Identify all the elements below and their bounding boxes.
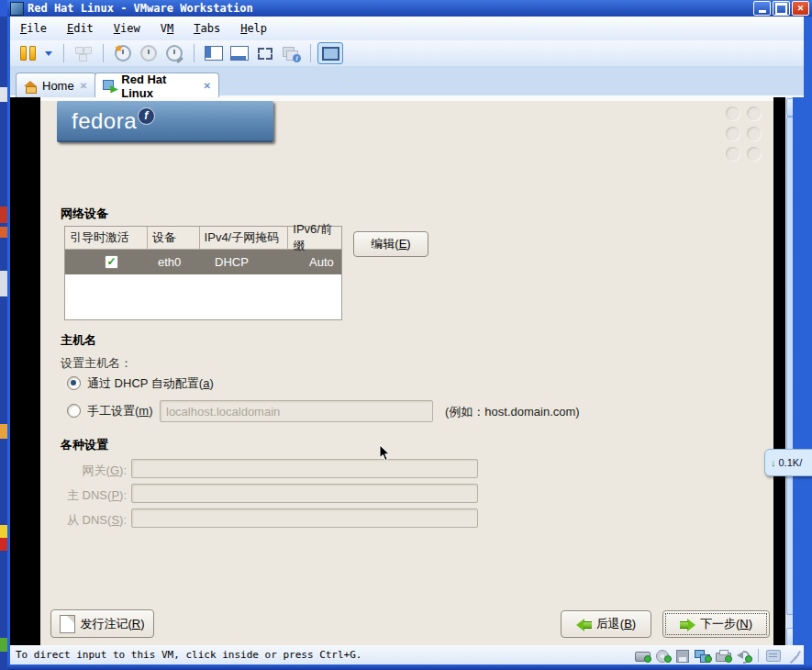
tab-red-hat-linux[interactable]: ▶ Red Hat Linux ✕ — [95, 73, 219, 98]
primary-dns-input[interactable] — [131, 484, 478, 503]
vmware-window: Red Hat Linux - VMware Workstation ✕ Fil… — [7, 0, 812, 670]
tab-label: Red Hat Linux — [121, 73, 197, 100]
close-button[interactable]: ✕ — [792, 1, 809, 16]
network-devices-table[interactable]: 引导时激活 设备 IPv4/子网掩码 IPv6/前缀 ✓ eth0 DHCP A… — [64, 226, 342, 320]
network-adapter-icon[interactable] — [695, 649, 711, 662]
scrollbar-thumb[interactable] — [786, 117, 793, 615]
desktop-fragment — [0, 87, 7, 102]
desktop-fragment — [0, 207, 7, 223]
gateway-input[interactable] — [131, 459, 478, 478]
console-layout-button[interactable] — [229, 44, 250, 62]
menu-help[interactable]: Help — [230, 19, 277, 38]
fullscreen-button[interactable] — [255, 44, 275, 62]
table-header-row: 引导时激活 设备 IPv4/子网掩码 IPv6/前缀 — [65, 227, 341, 250]
background-desktop-strip — [0, 0, 7, 670]
tab-close-icon[interactable]: ✕ — [204, 81, 211, 91]
fullscreen-icon — [258, 48, 273, 60]
back-arrow-icon — [576, 619, 592, 630]
sound-icon[interactable] — [735, 649, 751, 662]
dhcp-radio[interactable] — [67, 376, 81, 390]
snapshot-clock-icon: ★ — [115, 45, 131, 61]
sidebar-panel-icon — [205, 46, 223, 61]
scroll-down-button[interactable]: ▼ — [786, 628, 793, 645]
toolbar-separator — [194, 44, 195, 62]
fedora-banner: fedoraf — [57, 101, 273, 142]
window-titlebar[interactable]: Red Hat Linux - VMware Workstation ✕ — [7, 0, 812, 17]
back-button[interactable]: 后退(B) — [561, 610, 651, 638]
unity-view-button[interactable]: i — [281, 44, 301, 62]
decorative-dots — [726, 106, 766, 167]
set-hostname-label: 设置主机名： — [61, 355, 132, 372]
desktop-fragment — [0, 0, 7, 17]
floppy-icon[interactable] — [674, 649, 691, 662]
desktop-fragment — [0, 424, 7, 439]
column-header[interactable]: IPv6/前缀 — [288, 227, 341, 249]
tab-bar: Home ✕ ▶ Red Hat Linux ✕ — [10, 66, 804, 97]
release-notes-button[interactable]: 发行注记(R) — [50, 609, 154, 638]
download-arrow-icon: ↓ — [771, 457, 776, 468]
summary-view-button[interactable] — [73, 44, 94, 62]
screen-icon — [322, 47, 339, 61]
revert-clock-icon — [140, 45, 157, 61]
menu-file[interactable]: File — [10, 19, 57, 38]
edit-button[interactable]: 编辑(E) — [353, 231, 428, 257]
desktop-fragment — [0, 638, 7, 652]
secondary-dns-label: 从 DNS(S): — [59, 512, 127, 529]
connected-dot — [705, 655, 712, 663]
network-speed-badge: ↓ 0.1K/ — [764, 449, 812, 476]
printer-icon[interactable] — [715, 649, 731, 662]
scroll-up-button[interactable]: ▲ — [786, 98, 793, 117]
next-button[interactable]: 下一步(N) — [662, 610, 770, 638]
menu-vm[interactable]: VM — [150, 19, 184, 38]
hard-disk-icon[interactable] — [634, 649, 651, 662]
menu-tabs[interactable]: Tabs — [184, 19, 230, 38]
checked-checkbox-icon[interactable]: ✓ — [105, 255, 118, 269]
maximize-button[interactable] — [773, 1, 790, 16]
scroll-down-icon: ▼ — [792, 633, 793, 642]
minimize-button[interactable] — [753, 1, 771, 16]
snapshot-manager-button[interactable] — [164, 44, 184, 62]
message-log-icon[interactable] — [765, 649, 782, 662]
secondary-dns-input[interactable] — [131, 508, 478, 528]
vm-console[interactable]: fedoraf 网络设备 引导时激活 设备 IPv4/子网掩码 IPv6/前缀 … — [10, 97, 793, 645]
tab-close-icon[interactable]: ✕ — [80, 81, 87, 91]
toolbar-separator — [103, 44, 104, 62]
column-header[interactable]: 设备 — [148, 227, 200, 249]
desktop-fragment — [0, 271, 7, 296]
resize-grip[interactable] — [785, 649, 798, 662]
menu-edit[interactable]: Edit — [57, 19, 104, 38]
power-options-dropdown[interactable] — [43, 44, 54, 62]
vmware-app-icon — [10, 2, 24, 16]
manual-radio[interactable] — [67, 404, 81, 418]
gateway-label: 网关(G): — [59, 463, 127, 479]
minimize-icon — [759, 10, 766, 13]
desktop-fragment — [0, 525, 7, 538]
active-on-boot-cell[interactable]: ✓ — [65, 255, 153, 269]
vertical-scrollbar[interactable]: ▲ ▼ — [785, 97, 793, 645]
revert-snapshot-button[interactable] — [139, 44, 159, 62]
menu-bar: File Edit View VM Tabs Help — [10, 17, 804, 41]
dhcp-radio-label[interactable]: 通过 DHCP 自动配置(a) — [87, 375, 214, 392]
pause-resume-button[interactable] — [17, 44, 38, 62]
column-header[interactable]: IPv4/子网掩码 — [200, 227, 289, 249]
take-snapshot-button[interactable]: ★ — [113, 44, 133, 62]
tab-label: Home — [42, 79, 74, 93]
download-speed-value: 0.1K/ — [779, 457, 803, 468]
menu-view[interactable]: View — [104, 19, 150, 38]
column-header[interactable]: 引导时激活 — [65, 227, 148, 249]
star-icon: ★ — [115, 43, 123, 53]
connected-dot — [644, 655, 651, 663]
chevron-down-icon — [45, 51, 52, 56]
fedora-bubble-icon: f — [138, 107, 155, 125]
show-sidebar-button[interactable] — [204, 44, 224, 62]
status-message: To direct input to this VM, click inside… — [16, 649, 362, 661]
console-panel-icon — [230, 46, 249, 61]
maximize-icon — [775, 3, 787, 15]
connected-dot — [745, 655, 752, 663]
tab-home[interactable]: Home ✕ — [16, 73, 96, 98]
quick-switch-button[interactable] — [317, 42, 343, 64]
hostname-input[interactable] — [160, 400, 433, 422]
cdrom-icon[interactable] — [654, 649, 671, 662]
fedora-logo: fedoraf — [72, 107, 155, 134]
manual-radio-label[interactable]: 手工设置(m) — [87, 403, 153, 419]
